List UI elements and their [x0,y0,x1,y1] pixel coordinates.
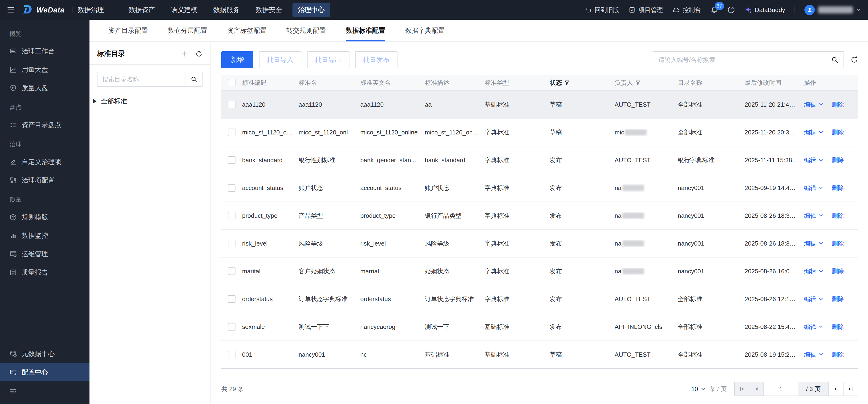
refresh-table-icon[interactable] [850,56,858,64]
delete-action[interactable]: 删除 [832,295,844,303]
sidebar-item[interactable]: 资产目录盘点 [0,116,90,134]
tree-node-all-standards[interactable]: 全部标准 [90,97,210,106]
edit-action[interactable]: 编辑 [804,240,823,248]
sidebar-item[interactable]: 规则模版 [0,208,90,226]
column-header[interactable]: 目录名称 [678,79,745,87]
current-page-input[interactable] [764,382,798,396]
table-row[interactable]: account_status 账户状态 account_status 账户状态 … [221,174,858,202]
row-checkbox[interactable] [228,156,236,164]
sidebar-item[interactable]: 用量大盘 [0,61,90,79]
table-row[interactable]: aaa1120 aaa1120 aaa1120 aa 基础标准 草稿 AUTO_… [221,91,858,119]
nav-item[interactable]: 治理中心 [292,3,330,17]
tab[interactable]: 转交规则配置 [276,20,336,41]
sidebar-item[interactable]: 质量大盘 [0,79,90,97]
add-button[interactable]: 新增 [221,51,253,68]
column-header[interactable]: 状态 [550,79,615,87]
column-header[interactable]: 标准编码 [242,79,299,87]
console-link[interactable]: 控制台 [672,6,701,14]
table-row[interactable]: mico_st_1120_online mico_st_1120_online … [221,119,858,147]
tab[interactable]: 数据标准配置 [336,20,395,41]
sidebar-item[interactable]: 运维管理 [0,245,90,263]
back-to-legacy-link[interactable]: 回到旧版 [585,6,619,14]
row-checkbox[interactable] [228,101,236,108]
nav-item[interactable]: 数据安全 [250,3,288,17]
delete-action[interactable]: 删除 [832,156,844,164]
sidebar-collapse-icon[interactable] [0,381,90,402]
tab[interactable]: 数仓分层配置 [158,20,217,41]
add-catalog-icon[interactable] [181,51,188,57]
table-row[interactable]: 001 nancy001 nc 基础标准 基础标准 草稿 AUTO_TEST 全… [221,341,858,369]
row-checkbox[interactable] [228,240,236,247]
row-checkbox[interactable] [228,351,236,358]
refresh-catalog-icon[interactable] [195,51,203,57]
edit-action[interactable]: 编辑 [804,184,823,192]
delete-action[interactable]: 删除 [832,240,844,248]
row-checkbox[interactable] [228,129,236,136]
row-checkbox[interactable] [228,184,236,192]
table-row[interactable]: marital 客户婚姻状态 marrial 婚姻状态 字典标准 发布 na n… [221,257,858,285]
page-size-select[interactable]: 10 条 / 页 [691,385,727,393]
edit-action[interactable]: 编辑 [804,212,823,220]
column-header[interactable]: 标准英文名 [360,79,425,87]
tab[interactable]: 资产目录配置 [98,20,158,41]
delete-action[interactable]: 删除 [832,267,844,276]
databuddy-link[interactable]: DataBuddy [744,6,785,14]
delete-action[interactable]: 删除 [832,100,844,109]
project-management-link[interactable]: 项目管理 [628,6,663,14]
sidebar-item[interactable]: 质量报告 [0,263,90,282]
sidebar-item[interactable]: 元数据中心 [0,345,90,363]
sidebar-item[interactable]: 配置中心 [0,363,90,381]
column-header[interactable]: 负责人 [615,79,678,87]
brand[interactable]: WeData | 数据治理 [22,4,104,15]
column-header[interactable]: 标准类型 [485,79,550,87]
batch-publish-button[interactable]: 批量发布 [355,51,398,68]
filter-icon[interactable] [636,80,641,85]
next-page-button[interactable] [829,382,843,396]
column-header[interactable]: 标准名 [299,79,360,87]
prev-page-button[interactable] [749,382,764,396]
last-page-button[interactable] [843,382,858,396]
edit-action[interactable]: 编辑 [804,295,823,303]
user-menu[interactable] [804,5,861,15]
row-checkbox[interactable] [228,268,236,275]
nav-item[interactable]: 数据服务 [208,3,245,17]
notifications-bell-icon[interactable]: 37 [710,6,718,14]
standards-search-input[interactable] [658,56,831,64]
row-checkbox[interactable] [228,212,236,219]
column-header[interactable]: 最后修改时间 [745,79,804,87]
sidebar-item[interactable]: 治理项配置 [0,171,90,189]
tab[interactable]: 资产标签配置 [217,20,276,41]
table-row[interactable]: orderstatus 订单状态字典标准 orderstatus 订单状态字典标… [221,285,858,313]
help-icon[interactable]: ? [727,6,735,14]
edit-action[interactable]: 编辑 [804,100,823,109]
edit-action[interactable]: 编辑 [804,350,823,359]
edit-action[interactable]: 编辑 [804,156,823,164]
row-checkbox[interactable] [228,323,236,331]
search-icon[interactable] [831,56,838,63]
tree-expander-icon[interactable] [93,99,97,103]
hamburger-menu-icon[interactable] [0,6,22,14]
table-row[interactable]: bank_standard 银行性别标准 bank_gender_stan...… [221,147,858,174]
delete-action[interactable]: 删除 [832,184,844,192]
search-icon[interactable] [186,72,202,86]
row-checkbox[interactable] [228,295,236,303]
delete-action[interactable]: 删除 [832,128,844,136]
tab[interactable]: 数据字典配置 [395,20,455,41]
select-all-checkbox[interactable] [228,79,236,86]
table-row[interactable]: product_type 产品类型 product_type 银行产品类型 字典… [221,202,858,230]
batch-import-button[interactable]: 批量导入 [259,51,302,68]
table-row[interactable]: risk_level 风险等级 risk_level 风险等级 字典标准 发布 … [221,230,858,257]
table-row[interactable]: sexmale 测试一下下 nancycaorog 测试一下 基础标准 发布 A… [221,313,858,341]
sidebar-item[interactable]: 自定义治理项 [0,153,90,171]
nav-item[interactable]: 语义建模 [165,3,203,17]
edit-action[interactable]: 编辑 [804,267,823,276]
edit-action[interactable]: 编辑 [804,323,823,331]
nav-item[interactable]: 数据资产 [123,3,161,17]
column-header[interactable]: 标准描述 [425,79,485,87]
column-header[interactable]: 操作 [804,79,858,87]
edit-action[interactable]: 编辑 [804,128,823,136]
sidebar-item[interactable]: 数据监控 [0,226,90,245]
first-page-button[interactable] [734,382,749,396]
delete-action[interactable]: 删除 [832,323,844,331]
sidebar-item[interactable]: 治理工作台 [0,42,90,61]
